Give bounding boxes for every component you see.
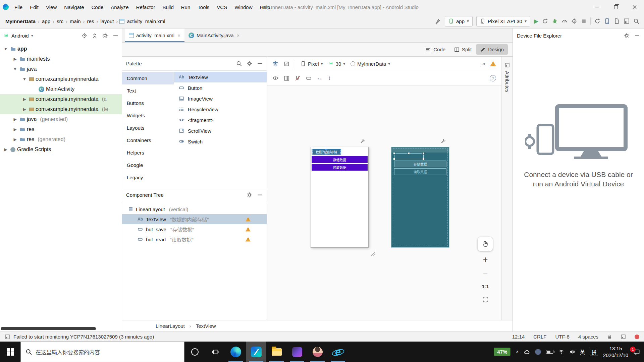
caret-position[interactable]: 12:14 (512, 334, 525, 340)
tree-item-java[interactable]: ▼ java (0, 64, 122, 74)
selection-handle[interactable] (422, 152, 425, 155)
device-config-icon[interactable] (360, 138, 366, 144)
clear-vertical-constraints-icon[interactable]: ↕ (328, 75, 331, 81)
warnings-icon[interactable]: ! (490, 61, 496, 66)
minimize-panel-icon[interactable] (257, 192, 263, 198)
chevron-right-icon[interactable]: ▶ (12, 57, 18, 61)
project-view-select[interactable]: Android (11, 33, 29, 39)
palette-item-recyclerview[interactable]: RecyclerView (174, 104, 267, 115)
selected-textview-preview[interactable]: 数据的内部存储 (312, 149, 341, 155)
run-button[interactable]: ▶ (534, 18, 538, 25)
selection-handle[interactable] (312, 154, 313, 155)
tree-item-package-androidtest[interactable]: ▶ com.example.myinnerdata (a (0, 94, 122, 104)
view-options-eye-icon[interactable] (272, 75, 278, 81)
theme-select[interactable]: MyInnerData▾ (351, 61, 390, 67)
build-hammer-icon[interactable] (435, 18, 441, 24)
battery-percentage-badge[interactable]: 47% (494, 348, 511, 356)
default-margins-icon[interactable] (306, 75, 312, 81)
palette-category-helpers[interactable]: Helpers (122, 146, 174, 159)
select-opened-file-icon[interactable] (82, 33, 87, 39)
api-version-select[interactable]: 30▾ (328, 61, 345, 67)
apply-changes-icon[interactable] (542, 18, 548, 24)
hidden-icons-chevron[interactable]: ∧ (516, 349, 519, 354)
palette-category-legacy[interactable]: Legacy (122, 171, 174, 184)
selection-handle[interactable] (312, 150, 313, 153)
tray-app-icon[interactable] (535, 349, 541, 355)
chevron-right-icon[interactable]: ▶ (12, 127, 18, 132)
blueprint-save-button-outline[interactable]: 存储数据 (394, 161, 446, 167)
resize-handle-icon[interactable] (370, 250, 376, 256)
selection-handle[interactable] (325, 149, 327, 150)
chevron-down-icon[interactable]: ▼ (21, 77, 28, 81)
tree-item-manifests[interactable]: ▶ manifests (0, 54, 122, 64)
search-everywhere-icon[interactable] (633, 18, 639, 24)
breadcrumb-app[interactable]: app (41, 18, 51, 25)
minimize-button[interactable] (588, 0, 606, 14)
palette-item-imageview[interactable]: ImageView (174, 93, 267, 104)
device-manager-icon[interactable] (604, 18, 610, 24)
sync-project-icon[interactable] (594, 18, 600, 24)
device-config-icon[interactable] (441, 138, 446, 144)
warning-icon[interactable]: ! (246, 237, 251, 242)
menu-code[interactable]: Code (88, 0, 107, 14)
attach-debugger-icon[interactable] (571, 18, 577, 24)
tree-item-gradle-scripts[interactable]: ▶ Gradle Scripts (0, 144, 122, 155)
menu-navigate[interactable]: Navigate (60, 0, 88, 14)
zoom-to-fit-button[interactable] (480, 297, 490, 302)
palette-category-common[interactable]: Common (122, 72, 174, 84)
warning-icon[interactable]: ! (246, 227, 251, 232)
selection-handle[interactable] (408, 152, 410, 155)
menu-build[interactable]: Build (159, 0, 177, 14)
menu-view[interactable]: View (42, 0, 60, 14)
breadcrumb-project[interactable]: MyInnerData (5, 18, 36, 25)
volume-icon[interactable] (569, 349, 575, 355)
indent-indicator[interactable]: 4 spaces (578, 334, 598, 340)
battery-icon[interactable] (546, 350, 553, 354)
design-surface-select-icon[interactable] (272, 61, 278, 67)
palette-item-scrollview[interactable]: ScrollView (174, 125, 267, 136)
selection-handle[interactable] (393, 152, 395, 155)
breadcrumb-main[interactable]: main (69, 18, 82, 25)
selection-handle[interactable] (340, 150, 341, 153)
zoom-in-button[interactable]: + (480, 255, 490, 264)
screen-reader-icon[interactable] (621, 334, 626, 339)
tree-item-res[interactable]: ▶ res (0, 124, 122, 134)
lock-icon[interactable] (607, 334, 612, 339)
chevron-down-icon[interactable]: ▼ (12, 67, 18, 71)
taskbar-app-edge[interactable] (225, 342, 246, 362)
mode-code-button[interactable]: Code (422, 44, 449, 55)
gear-icon[interactable] (624, 33, 630, 39)
tree-item-mainactivity[interactable]: C MainActivity (0, 84, 122, 94)
chevron-down-icon[interactable]: ▼ (3, 47, 9, 51)
taskbar-app-avatar[interactable] (307, 342, 328, 362)
design-preview-phone[interactable]: 数据的内部存储 存储数据 读取数据 (311, 147, 369, 248)
toolwindow-toggle-icon[interactable] (5, 334, 10, 340)
component-row-linearlayout[interactable]: LinearLayout (vertical) (122, 204, 267, 214)
profiler-button[interactable] (561, 18, 568, 24)
language-indicator[interactable]: 英 (580, 348, 585, 355)
menu-window[interactable]: Window (231, 0, 256, 14)
close-tab-icon[interactable]: × (177, 33, 180, 38)
gear-icon[interactable] (247, 192, 252, 198)
mode-split-button[interactable]: Split (450, 44, 476, 55)
chevron-right-icon[interactable]: ▶ (21, 107, 28, 112)
taskbar-app-android-studio[interactable] (246, 342, 266, 362)
save-button-preview[interactable]: 存储数据 (312, 156, 368, 163)
palette-item-fragment[interactable]: <><fragment> (174, 115, 267, 125)
taskbar-app-file-explorer[interactable] (266, 342, 287, 362)
selection-handle[interactable] (325, 154, 327, 155)
collapse-all-icon[interactable] (92, 33, 98, 39)
tree-item-java-generated[interactable]: ▶ java (generated) (0, 114, 122, 124)
grid-mode-icon[interactable] (284, 75, 289, 81)
zoom-out-button[interactable]: − (480, 269, 490, 278)
encoding-indicator[interactable]: UTF-8 (555, 334, 570, 340)
selection-handle[interactable] (312, 149, 313, 150)
pan-tool-button[interactable] (478, 237, 493, 251)
component-row-textview[interactable]: Ab TextView "数据的内部存储" ! (122, 214, 267, 224)
chevron-right-icon[interactable]: ▶ (12, 137, 18, 142)
tree-item-app[interactable]: ▼ app (0, 44, 122, 54)
palette-category-text[interactable]: Text (122, 84, 174, 97)
chevron-right-icon[interactable]: ▶ (3, 147, 9, 152)
mode-design-button[interactable]: Design (476, 44, 508, 55)
taskbar-search-input[interactable]: 在这里输入你要搜索的内容 (20, 342, 184, 362)
